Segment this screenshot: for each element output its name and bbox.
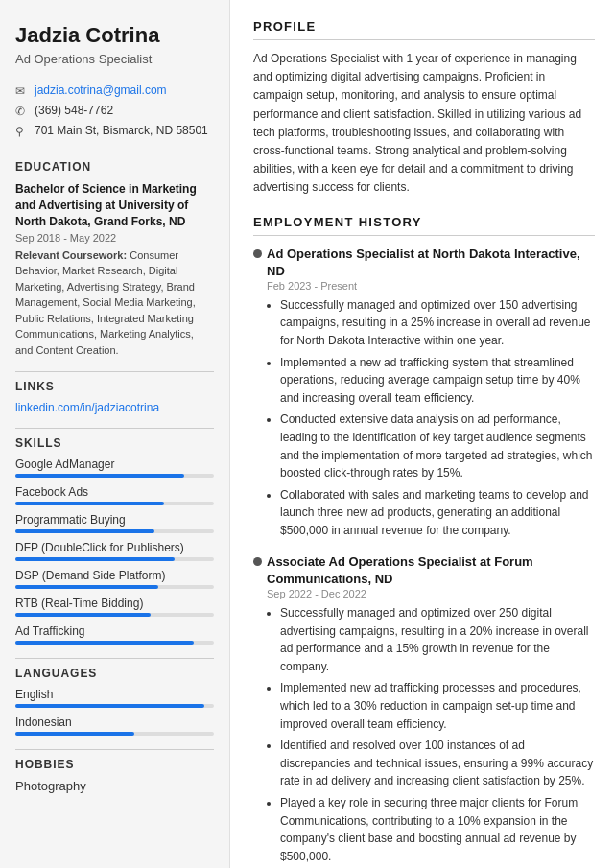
skills-list: Google AdManager Facebook Ads Programmat…	[15, 457, 214, 645]
skill-bar-fill	[15, 585, 158, 589]
candidate-name: Jadzia Cotrina	[15, 23, 214, 48]
profile-divider	[253, 39, 595, 40]
main-content: Profile Ad Operations Specialist with 1 …	[230, 0, 614, 868]
job-dot	[253, 249, 262, 258]
address-text: 701 Main St, Bismarck, ND 58501	[35, 124, 208, 137]
job-bullet: Implemented new ad trafficking processes…	[280, 679, 595, 733]
skill-bar-fill	[15, 529, 154, 533]
education-divider	[15, 152, 214, 152]
language-item: Indonesian	[15, 716, 214, 736]
hobbies-list: Photography	[15, 779, 214, 793]
job-entry: Ad Operations Specialist at North Dakota…	[253, 246, 595, 540]
skill-label: Google AdManager	[15, 457, 214, 471]
skill-item: Google AdManager	[15, 457, 214, 478]
skill-item: DFP (DoubleClick for Publishers)	[15, 541, 214, 561]
employment-section-title: Employment History	[253, 215, 595, 229]
job-entry: Associate Ad Operations Specialist at Fo…	[253, 553, 595, 866]
skill-label: Programmatic Buying	[15, 513, 214, 527]
contact-address: ⚲ 701 Main St, Bismarck, ND 58501	[15, 124, 214, 138]
skill-bar-fill	[15, 474, 184, 478]
employment-divider	[253, 235, 595, 236]
job-bullets: Successfully managed and optimized over …	[267, 604, 595, 865]
job-bullet: Played a key role in securing three majo…	[280, 794, 595, 865]
skill-bar-bg	[15, 502, 214, 505]
links-section-title: Links	[15, 380, 214, 393]
job-date: Sep 2022 - Dec 2022	[267, 588, 595, 599]
languages-section-title: Languages	[15, 667, 214, 680]
skill-bar-bg	[15, 641, 214, 645]
job-title: Ad Operations Specialist at North Dakota…	[267, 246, 595, 280]
skill-bar-fill	[15, 557, 175, 561]
languages-divider	[15, 658, 214, 659]
language-bar-bg	[15, 704, 214, 708]
skill-item: DSP (Demand Side Platform)	[15, 569, 214, 589]
skill-bar-fill	[15, 613, 151, 617]
location-icon: ⚲	[15, 125, 29, 138]
skill-bar-fill	[15, 641, 194, 645]
linkedin-link[interactable]: linkedin.com/in/jadziacotrina	[15, 401, 214, 414]
email-link[interactable]: jadzia.cotrina@gmail.com	[35, 83, 167, 97]
edu-date: Sep 2018 - May 2022	[15, 232, 214, 244]
skill-item: Facebook Ads	[15, 485, 214, 505]
job-bullet: Collaborated with sales and marketing te…	[280, 486, 595, 540]
job-date: Feb 2023 - Present	[267, 280, 595, 292]
skill-label: Facebook Ads	[15, 485, 214, 499]
job-bullet: Successfully managed and optimized over …	[280, 296, 595, 350]
skills-divider	[15, 428, 214, 429]
candidate-title: Ad Operations Specialist	[15, 52, 214, 66]
profile-section-title: Profile	[253, 19, 595, 34]
email-icon: ✉	[15, 84, 29, 98]
employment-list: Ad Operations Specialist at North Dakota…	[253, 246, 595, 866]
language-bar-fill	[15, 704, 204, 708]
languages-list: English Indonesian	[15, 688, 214, 736]
job-title: Associate Ad Operations Specialist at Fo…	[267, 553, 595, 588]
skills-section-title: Skills	[15, 436, 214, 450]
skill-bar-bg	[15, 474, 214, 478]
language-label: English	[15, 688, 214, 701]
skill-item: RTB (Real-Time Bidding)	[15, 597, 214, 617]
sidebar: Jadzia Cotrina Ad Operations Specialist …	[0, 0, 230, 868]
contact-email: ✉ jadzia.cotrina@gmail.com	[15, 83, 214, 98]
job-dot	[253, 557, 262, 566]
coursework-label: Relevant Coursework:	[15, 249, 127, 261]
skill-label: DSP (Demand Side Platform)	[15, 569, 214, 582]
skill-label: Ad Trafficking	[15, 624, 214, 638]
edu-coursework: Relevant Coursework: Consumer Behavior, …	[15, 247, 214, 359]
education-section-title: Education	[15, 160, 214, 174]
job-bullet: Identified and resolved over 100 instanc…	[280, 737, 595, 790]
job-bullets: Successfully managed and optimized over …	[267, 296, 595, 540]
coursework-text: Consumer Behavior, Market Research, Digi…	[15, 249, 196, 356]
phone-icon: ✆	[15, 105, 29, 118]
skill-bar-bg	[15, 529, 214, 533]
language-label: Indonesian	[15, 716, 214, 729]
resume-container: Jadzia Cotrina Ad Operations Specialist …	[0, 0, 614, 868]
hobbies-section-title: Hobbies	[15, 758, 214, 771]
skill-bar-bg	[15, 557, 214, 561]
skill-bar-bg	[15, 613, 214, 617]
skill-bar-bg	[15, 585, 214, 589]
job-bullet: Conducted extensive data analysis on ad …	[280, 411, 595, 481]
language-bar-bg	[15, 732, 214, 736]
skill-label: RTB (Real-Time Bidding)	[15, 597, 214, 610]
skill-item: Ad Trafficking	[15, 624, 214, 645]
language-bar-fill	[15, 732, 134, 736]
links-divider	[15, 371, 214, 372]
skill-bar-fill	[15, 502, 164, 505]
edu-degree: Bachelor of Science in Marketing and Adv…	[15, 181, 214, 229]
hobby-item: Photography	[15, 779, 214, 793]
hobbies-divider	[15, 749, 214, 750]
language-item: English	[15, 688, 214, 708]
job-bullet: Implemented a new ad trafficking system …	[280, 354, 595, 408]
skill-label: DFP (DoubleClick for Publishers)	[15, 541, 214, 554]
job-bullet: Successfully managed and optimized over …	[280, 604, 595, 675]
skill-item: Programmatic Buying	[15, 513, 214, 533]
profile-text: Ad Operations Specialist with 1 year of …	[253, 50, 595, 198]
phone-text: (369) 548-7762	[35, 104, 113, 117]
contact-phone: ✆ (369) 548-7762	[15, 104, 214, 118]
